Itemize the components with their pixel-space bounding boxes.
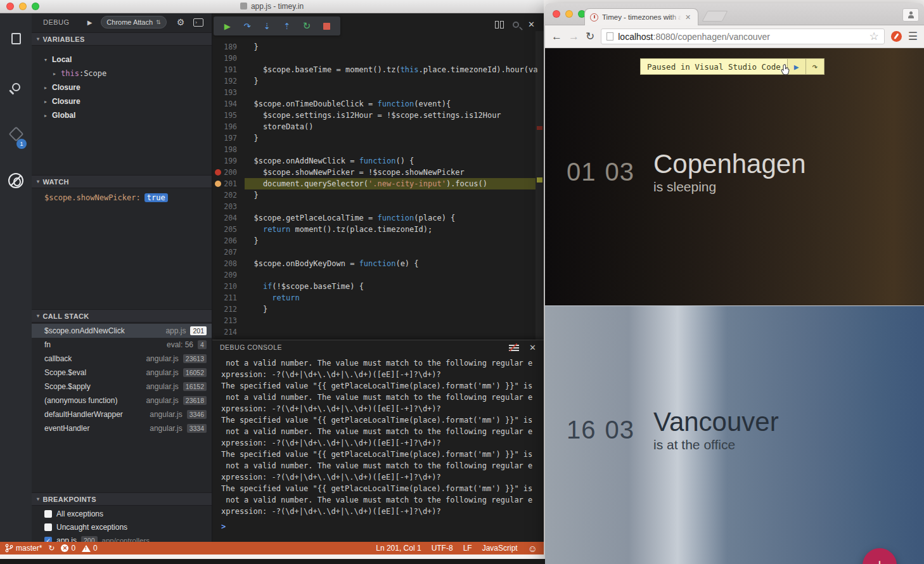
editor-gutter[interactable]: 193 <box>212 87 245 98</box>
breakpoints-section-header[interactable]: ▾ BREAKPOINTS <box>32 492 212 506</box>
sidebar-item-git[interactable]: 1 <box>0 117 32 150</box>
close-window-button[interactable] <box>553 10 560 18</box>
step-over-button[interactable]: ↷ <box>241 22 253 31</box>
callstack-frame[interactable]: (anonymous function)angular.js23618 <box>32 394 212 407</box>
cursor-position-status[interactable]: Ln 201, Col 1 <box>376 544 421 553</box>
editor-scrollbar[interactable] <box>536 31 544 340</box>
split-editor-icon[interactable] <box>495 21 504 29</box>
forward-button[interactable]: → <box>568 30 579 43</box>
editor-gutter[interactable]: 197 <box>212 132 245 144</box>
watch-expression[interactable]: $scope.showNewPicker:true <box>32 191 212 205</box>
browser-toolbar: ← → ↻ localhost:8080/copenhagen/vancouve… <box>545 25 924 48</box>
stop-button[interactable] <box>320 23 333 30</box>
editor-gutter[interactable]: 201 <box>212 178 245 189</box>
step-into-button[interactable]: ⇣ <box>260 22 273 31</box>
editor-gutter[interactable]: 194 <box>212 98 245 110</box>
editor-gutter[interactable]: 205 <box>212 224 245 235</box>
back-button[interactable]: ← <box>551 30 562 43</box>
menu-hamburger-icon[interactable]: ☰ <box>908 30 918 43</box>
debug-config-dropdown[interactable]: Chrome Attach⇅ <box>101 16 166 29</box>
language-status[interactable]: JavaScript <box>482 544 518 553</box>
editor-gutter[interactable]: 211 <box>212 292 245 304</box>
editor-gutter[interactable]: 212 <box>212 304 245 315</box>
warnings-status[interactable]: 0 <box>82 544 98 553</box>
sidebar-item-explorer[interactable] <box>0 22 32 55</box>
bookmark-star-icon[interactable]: ☆ <box>869 30 879 43</box>
open-console-icon[interactable]: › <box>193 18 203 27</box>
editor-gutter[interactable]: 202 <box>212 189 245 201</box>
breakpoint-checkbox[interactable] <box>44 510 52 518</box>
errors-status[interactable]: ✕0 <box>61 544 75 553</box>
open-preview-icon[interactable] <box>513 22 519 28</box>
clear-console-icon[interactable] <box>509 343 519 351</box>
encoding-status[interactable]: UTF-8 <box>432 544 453 553</box>
editor-gutter[interactable]: 208 <box>212 258 245 269</box>
editor-gutter[interactable]: 209 <box>212 269 245 281</box>
editor-gutter[interactable]: 206 <box>212 235 245 247</box>
editor-gutter[interactable]: 199 <box>212 155 245 167</box>
callstack-frame[interactable]: Scope.$applyangular.js16152 <box>32 380 212 394</box>
editor-gutter[interactable]: 195 <box>212 110 245 121</box>
watch-section-header[interactable]: ▾ WATCH <box>32 175 212 188</box>
breakpoint-dot[interactable] <box>215 169 221 176</box>
code-editor[interactable]: 189 }190191 $scope.baseTime = moment().t… <box>212 13 544 340</box>
eol-status[interactable]: LF <box>463 544 472 553</box>
breakpoint-item[interactable]: All exceptions <box>32 507 212 520</box>
callstack-frame[interactable]: fneval: 564 <box>32 338 212 352</box>
close-tab-icon[interactable]: ✕ <box>685 13 691 22</box>
editor-gutter[interactable]: 189 <box>212 41 245 53</box>
editor-gutter[interactable]: 214 <box>212 326 245 338</box>
branch-icon <box>5 544 13 553</box>
editor-gutter[interactable]: 191 <box>212 64 245 75</box>
continue-button[interactable]: ▶ <box>221 22 234 31</box>
variable-item[interactable]: ▸Global <box>32 108 212 122</box>
sync-button[interactable]: ↻ <box>48 544 55 553</box>
editor-gutter[interactable]: 213 <box>212 315 245 326</box>
editor-gutter[interactable]: 192 <box>212 75 245 87</box>
reload-button[interactable]: ↻ <box>586 30 594 43</box>
console-prompt[interactable]: > <box>221 522 544 531</box>
sidebar-item-search[interactable] <box>0 70 32 103</box>
git-branch-status[interactable]: master* <box>5 544 42 553</box>
step-over-script-button[interactable]: ↷ <box>805 59 824 74</box>
variables-section-header[interactable]: ▾ VARIABLES <box>32 32 212 46</box>
close-editor-icon[interactable]: ✕ <box>528 20 535 29</box>
variable-item[interactable]: ▾Local <box>32 53 212 67</box>
browser-tab[interactable]: Timey - timezones with a h ✕ <box>584 8 698 25</box>
callstack-section-header[interactable]: ▾ CALL STACK <box>32 309 212 323</box>
callstack-frame[interactable]: $scope.onAddNewClickapp.js201 <box>32 324 212 338</box>
sidebar-item-debug[interactable] <box>0 164 32 197</box>
callstack-frame[interactable]: callbackangular.js23613 <box>32 352 212 366</box>
callstack-frame[interactable]: Scope.$evalangular.js16052 <box>32 366 212 380</box>
time-minutes: 03 <box>605 416 635 444</box>
breakpoint-checkbox[interactable] <box>44 523 52 531</box>
editor-gutter[interactable]: 210 <box>212 281 245 292</box>
breakpoint-item[interactable]: ✓app.js200app/controllers <box>32 534 212 542</box>
editor-gutter[interactable]: 200 <box>212 167 245 178</box>
callstack-frame[interactable]: defaultHandlerWrapperangular.js3346 <box>32 407 212 421</box>
code-line-213: 213 <box>212 315 544 326</box>
callstack-frame[interactable]: eventHandlerangular.js3334 <box>32 421 212 435</box>
editor-gutter[interactable]: 207 <box>212 247 245 258</box>
extension-icon[interactable] <box>891 31 902 42</box>
editor-gutter[interactable]: 196 <box>212 121 245 132</box>
address-bar[interactable]: localhost:8080/copenhagen/vancouver ☆ <box>601 29 885 44</box>
variable-item[interactable]: ▸Closure <box>32 80 212 94</box>
variable-item[interactable]: ▸this: Scope <box>32 67 212 80</box>
minimize-window-button[interactable] <box>565 10 573 18</box>
editor-gutter[interactable]: 198 <box>212 144 245 155</box>
close-console-icon[interactable]: ✕ <box>529 343 536 352</box>
new-tab-button[interactable] <box>702 11 728 22</box>
gear-icon[interactable]: ⚙ <box>177 17 185 27</box>
profile-button[interactable] <box>902 8 919 22</box>
feedback-smiley-icon[interactable]: ☺ <box>528 543 537 554</box>
editor-gutter[interactable]: 204 <box>212 212 245 224</box>
step-out-button[interactable]: ⇡ <box>281 22 293 31</box>
start-debug-icon[interactable]: ▶ <box>87 19 93 26</box>
breakpoint-item[interactable]: Uncaught exceptions <box>32 520 212 534</box>
breakpoint-checkbox[interactable]: ✓ <box>44 537 52 542</box>
restart-button[interactable]: ↻ <box>300 20 313 32</box>
editor-gutter[interactable]: 190 <box>212 53 245 64</box>
variable-item[interactable]: ▸Closure <box>32 94 212 108</box>
editor-gutter[interactable]: 203 <box>212 201 245 212</box>
